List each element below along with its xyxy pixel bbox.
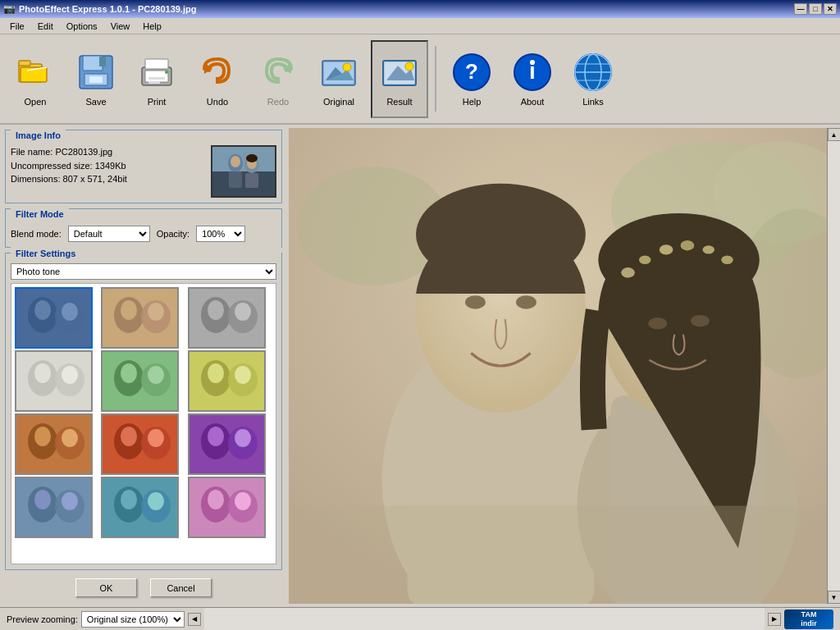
- links-label: Links: [582, 97, 604, 107]
- filter-thumb-11[interactable]: [188, 477, 266, 538]
- svg-point-48: [34, 300, 51, 320]
- zoom-select[interactable]: Original size (100%) Fit to window 50% 2…: [81, 611, 185, 628]
- svg-point-65: [62, 366, 78, 384]
- open-label: Open: [25, 97, 47, 107]
- svg-point-90: [235, 429, 251, 447]
- filter-thumb-0[interactable]: [15, 287, 93, 349]
- ok-button[interactable]: OK: [75, 578, 137, 597]
- svg-point-14: [165, 71, 168, 74]
- filter-thumb-2[interactable]: [188, 287, 266, 349]
- filename-value: PC280139.jpg: [55, 147, 112, 157]
- help-button[interactable]: ? Help: [443, 40, 500, 118]
- filter-thumb-1[interactable]: [101, 287, 179, 349]
- svg-point-105: [235, 492, 251, 510]
- scroll-up-arrow[interactable]: ▲: [828, 128, 841, 141]
- result-button[interactable]: Result: [371, 40, 428, 118]
- redo-icon: [257, 51, 299, 94]
- svg-point-83: [121, 427, 137, 446]
- filter-settings-content: Photo tone Black & White Sepia Vignette …: [6, 260, 281, 569]
- opacity-select[interactable]: 100% 75% 50% 25%: [196, 226, 245, 242]
- svg-point-58: [208, 300, 224, 320]
- svg-rect-6: [99, 57, 106, 66]
- filter-thumb-6[interactable]: [15, 413, 93, 475]
- original-label: Original: [323, 97, 354, 107]
- svg-point-103: [208, 490, 224, 509]
- menu-options[interactable]: Options: [60, 20, 104, 33]
- filter-type-select[interactable]: Photo tone Black & White Sepia Vignette …: [11, 263, 276, 280]
- svg-point-63: [34, 363, 51, 383]
- svg-point-50: [62, 303, 78, 321]
- maximize-button[interactable]: □: [809, 3, 822, 15]
- links-button[interactable]: Links: [564, 40, 622, 118]
- help-label: Help: [463, 97, 482, 107]
- dimensions-row: Dimensions: 807 x 571, 24bit: [11, 172, 204, 186]
- save-label: Save: [85, 97, 106, 107]
- filter-mode-title: Filter Mode: [11, 208, 69, 221]
- menu-help[interactable]: Help: [136, 20, 168, 33]
- undo-icon: [196, 51, 239, 94]
- svg-point-95: [62, 492, 78, 510]
- scroll-track-v[interactable]: [828, 141, 840, 591]
- image-thumbnail: [211, 145, 276, 198]
- result-label: Result: [386, 97, 412, 107]
- filter-grid: [11, 284, 276, 541]
- minimize-button[interactable]: —: [794, 3, 807, 15]
- menu-edit[interactable]: Edit: [31, 20, 60, 33]
- right-panel: ▲ ▼: [287, 125, 840, 607]
- title-bar-controls: — □ ✕: [794, 3, 837, 15]
- svg-point-21: [343, 63, 351, 71]
- filter-settings-title: Filter Settings: [11, 247, 281, 260]
- filter-dropdown-row: Photo tone Black & White Sepia Vignette …: [11, 263, 276, 280]
- filter-settings-group: Filter Settings Photo tone Black & White…: [5, 253, 282, 570]
- undo-button[interactable]: Undo: [189, 40, 246, 118]
- filter-thumb-3[interactable]: [15, 350, 93, 412]
- scroll-right-arrow[interactable]: ▶: [768, 613, 781, 626]
- scroll-left-arrow[interactable]: ◀: [188, 613, 201, 626]
- filter-mode-group: Filter Mode Blend mode: Default Normal M…: [5, 208, 282, 248]
- filter-thumb-10[interactable]: [101, 477, 179, 538]
- filter-thumb-4[interactable]: [101, 350, 179, 412]
- about-button[interactable]: i About: [504, 40, 561, 118]
- svg-rect-8: [89, 76, 103, 83]
- open-button[interactable]: Open: [7, 40, 64, 118]
- filter-thumb-9[interactable]: [15, 477, 93, 538]
- filter-thumb-7[interactable]: [101, 413, 179, 475]
- scroll-down-arrow[interactable]: ▼: [828, 591, 841, 604]
- menu-file[interactable]: File: [3, 20, 31, 33]
- filter-thumb-8[interactable]: [188, 413, 266, 475]
- original-button[interactable]: Original: [310, 40, 368, 118]
- help-icon: ?: [450, 51, 493, 94]
- save-button[interactable]: Save: [67, 40, 125, 118]
- svg-rect-40: [229, 171, 242, 188]
- blend-select[interactable]: Default Normal Multiply Screen Overlay: [68, 226, 150, 242]
- svg-point-53: [121, 300, 137, 320]
- size-row: Uncompressed size: 1349Kb: [11, 159, 204, 173]
- open-icon: [14, 51, 57, 94]
- filter-mode-content: Blend mode: Default Normal Multiply Scre…: [6, 221, 281, 247]
- svg-point-100: [148, 492, 164, 510]
- title-bar-left: 📷 PhotoEffect Express 1.0.1 - PC280139.j…: [3, 3, 196, 15]
- close-button[interactable]: ✕: [824, 3, 837, 15]
- svg-point-98: [121, 490, 137, 509]
- filter-thumb-5[interactable]: [188, 350, 266, 412]
- horizontal-scroll-track[interactable]: [204, 608, 765, 630]
- svg-point-70: [148, 366, 164, 384]
- filename-row: File name: PC280139.jpg: [11, 145, 204, 159]
- image-info-content: File name: PC280139.jpg Uncompressed siz…: [6, 142, 281, 203]
- cancel-button[interactable]: Cancel: [150, 578, 212, 597]
- redo-button[interactable]: Redo: [249, 40, 307, 118]
- filter-grid-container[interactable]: [11, 283, 276, 564]
- save-icon: [75, 51, 117, 94]
- svg-rect-11: [145, 59, 168, 69]
- about-label: About: [521, 97, 545, 107]
- print-button[interactable]: Print: [128, 40, 185, 118]
- svg-point-45: [246, 154, 258, 162]
- svg-point-85: [148, 429, 164, 447]
- app-icon: 📷: [3, 3, 16, 15]
- svg-point-75: [235, 366, 251, 384]
- left-panel: Image Info File name: PC280139.jpg Uncom…: [0, 125, 287, 607]
- svg-rect-38: [212, 147, 275, 171]
- image-info-group: Image Info File name: PC280139.jpg Uncom…: [5, 130, 282, 203]
- menu-view[interactable]: View: [104, 20, 137, 33]
- vertical-scrollbar[interactable]: ▲ ▼: [827, 128, 840, 604]
